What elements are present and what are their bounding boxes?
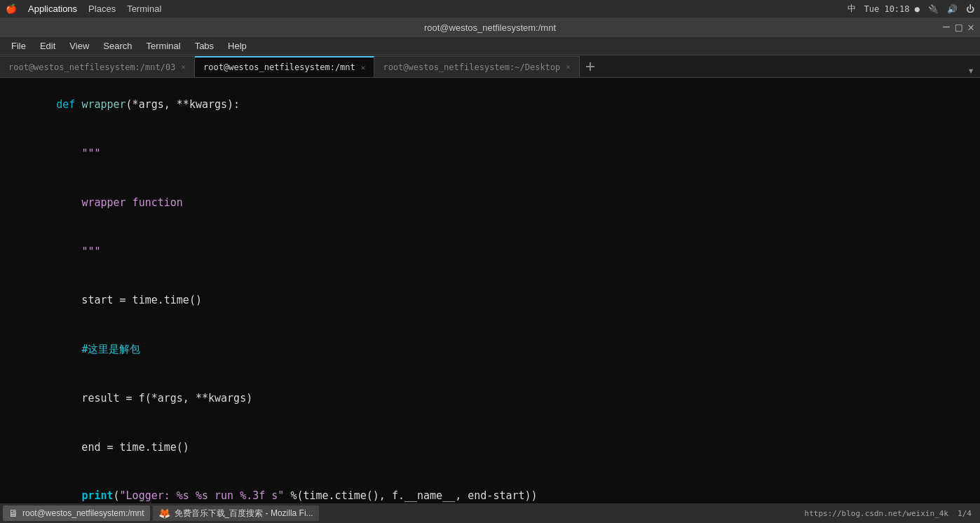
code-line: wrapper function <box>0 179 980 228</box>
menu-help[interactable]: Help <box>222 39 252 53</box>
network-icon: 🔌 <box>928 4 939 14</box>
tab-desktop[interactable]: root@westos_netfilesystem:~/Desktop ✕ <box>374 56 580 77</box>
tab-mnt[interactable]: root@westos_netfilesystem:/mnt ✕ <box>195 56 374 77</box>
apple-icon: 🍎 <box>6 4 17 14</box>
code-line: #这里是解包 <box>0 325 980 374</box>
code-line: def wrapper(*args, **kwargs): <box>0 81 980 130</box>
code-line: """ <box>0 130 980 179</box>
menu-places[interactable]: Places <box>88 4 116 14</box>
window-controls[interactable]: ─ □ ✕ <box>943 22 974 33</box>
tab-close-icon[interactable]: ✕ <box>566 62 571 72</box>
code-editor[interactable]: def wrapper(*args, **kwargs): """ wrappe… <box>0 78 980 506</box>
code-line: print("Logger: %s %s run %.3f s" %(time.… <box>0 472 980 506</box>
title-bar: root@westos_netfilesystem:/mnt ─ □ ✕ <box>0 18 980 37</box>
system-bar: 🍎 Applications Places Terminal 中 Tue 10:… <box>0 0 980 18</box>
menu-applications[interactable]: Applications <box>28 4 77 14</box>
lang-indicator: 中 <box>848 3 856 15</box>
menu-tabs[interactable]: Tabs <box>189 39 219 53</box>
svg-rect-1 <box>586 66 594 67</box>
minimize-button[interactable]: ─ <box>943 22 950 33</box>
taskbar-url: https://blog.csdn.net/weixin_4k 1/4 <box>805 509 977 518</box>
taskbar-browser[interactable]: 🦊 免费音乐下载_百度搜索 - Mozilla Fi... <box>153 505 319 521</box>
close-button[interactable]: ✕ <box>967 22 974 33</box>
window-title: root@westos_netfilesystem:/mnt <box>424 22 556 33</box>
taskbar-terminal[interactable]: 🖥 root@westos_netfilesystem:/mnt <box>3 505 150 521</box>
menu-file[interactable]: File <box>6 39 32 53</box>
maximize-button[interactable]: □ <box>955 22 962 33</box>
tab-close-icon[interactable]: ✕ <box>361 63 366 72</box>
audio-icon: 🔊 <box>947 4 958 14</box>
clock: Tue 10:18 ● <box>864 4 920 14</box>
new-tab-button[interactable] <box>580 56 601 77</box>
browser-icon: 🦊 <box>158 508 170 519</box>
taskbar-browser-label: 免费音乐下载_百度搜索 - Mozilla Fi... <box>175 508 313 519</box>
tab-label: root@westos_netfilesystem:~/Desktop <box>383 62 560 72</box>
menu-terminal[interactable]: Terminal <box>141 39 186 53</box>
tab-mnt-03[interactable]: root@westos_netfilesystem:/mnt/03 ✕ <box>0 56 195 77</box>
tab-close-icon[interactable]: ✕ <box>181 62 186 72</box>
taskbar-terminal-label: root@westos_netfilesystem:/mnt <box>22 508 144 518</box>
code-line: end = time.time() <box>0 423 980 472</box>
tab-bar: root@westos_netfilesystem:/mnt/03 ✕ root… <box>0 55 980 78</box>
menu-edit[interactable]: Edit <box>34 39 61 53</box>
menu-bar: File Edit View Search Terminal Tabs Help <box>0 37 980 55</box>
taskbar: 🖥 root@westos_netfilesystem:/mnt 🦊 免费音乐下… <box>0 503 980 523</box>
tab-label: root@westos_netfilesystem:/mnt <box>203 62 355 72</box>
system-tray: 中 Tue 10:18 ● 🔌 🔊 ⏻ <box>848 3 974 15</box>
terminal-icon: 🖥 <box>8 508 18 519</box>
tab-scroll-button[interactable]: ▾ <box>962 64 980 77</box>
code-line: """ <box>0 227 980 276</box>
code-line: result = f(*args, **kwargs) <box>0 374 980 423</box>
menu-terminal[interactable]: Terminal <box>127 4 161 14</box>
tab-label: root@westos_netfilesystem:/mnt/03 <box>8 62 175 72</box>
menu-view[interactable]: View <box>64 39 95 53</box>
menu-search[interactable]: Search <box>97 39 137 53</box>
code-line: start = time.time() <box>0 276 980 325</box>
terminal-window: root@westos_netfilesystem:/mnt ─ □ ✕ Fil… <box>0 18 980 523</box>
power-icon: ⏻ <box>966 4 974 14</box>
